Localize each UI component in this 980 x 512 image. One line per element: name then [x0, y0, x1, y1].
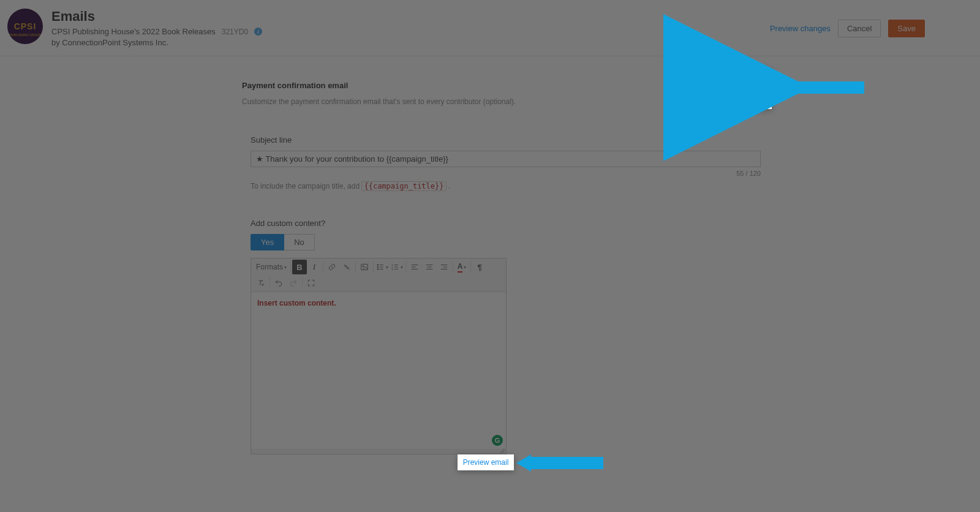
toolbar-separator: [270, 276, 270, 287]
paragraph-button[interactable]: ¶: [472, 260, 487, 274]
page-title: Emails: [51, 9, 770, 24]
editor-placeholder: Insert custom content.: [257, 299, 336, 307]
toolbar-separator: [405, 262, 406, 273]
highlight-preview-email-bottom: Preview email: [458, 454, 514, 470]
svg-rect-8: [786, 81, 864, 94]
formats-dropdown[interactable]: Formats: [254, 260, 289, 274]
toolbar-separator: [470, 262, 471, 273]
editor-toolbar: Formats B I: [251, 258, 506, 292]
svg-point-4: [377, 269, 379, 270]
section-desc: Customize the payment confirmation email…: [242, 97, 763, 106]
toolbar-separator: [323, 262, 323, 273]
page-body: Payment confirmation email Customize the…: [0, 56, 980, 454]
image-button[interactable]: [357, 260, 372, 274]
toggle-no[interactable]: No: [284, 234, 315, 250]
bullet-list-button[interactable]: [375, 260, 390, 274]
cancel-button[interactable]: Cancel: [838, 20, 881, 37]
numbered-list-button[interactable]: 123: [390, 260, 404, 274]
svg-text:3: 3: [391, 268, 393, 271]
helper-code: {{campaign_title}}: [361, 181, 446, 191]
rich-text-editor: Formats B I: [251, 258, 507, 454]
subject-block: Subject line 55 / 120 To include the cam…: [251, 135, 763, 190]
toolbar-separator: [355, 262, 356, 273]
email-section: Payment confirmation email Customize the…: [242, 81, 763, 454]
helper-suffix: .: [448, 182, 450, 190]
annotation-arrow-top: [775, 78, 867, 97]
logo-subtext: PUBLISHING GROUP: [10, 33, 41, 37]
custom-content-toggle: Yes No: [251, 234, 763, 250]
header-texts: Emails CPSI Publishing House's 2022 Book…: [51, 9, 770, 47]
campaign-code: 321YD0: [222, 28, 248, 36]
subject-helper: To include the campaign title, add {{cam…: [251, 182, 763, 190]
org-byline: by ConnectionPoint Systems Inc.: [51, 38, 770, 47]
highlight-preview-email-top: Preview email: [689, 69, 772, 109]
editor-resize-handle[interactable]: [251, 449, 506, 454]
subject-label: Subject line: [251, 135, 763, 145]
subject-char-count: 55 / 120: [251, 170, 761, 177]
unlink-button[interactable]: [339, 260, 354, 274]
svg-rect-11: [527, 457, 603, 469]
svg-point-2: [377, 265, 379, 266]
campaign-row: CPSI Publishing House's 2022 Book Releas…: [51, 27, 770, 36]
bold-button[interactable]: B: [292, 260, 307, 274]
toolbar-separator: [453, 262, 453, 273]
save-button[interactable]: Save: [888, 20, 925, 37]
svg-point-3: [377, 266, 379, 268]
preview-changes-link[interactable]: Preview changes: [770, 24, 831, 33]
svg-rect-0: [361, 264, 368, 269]
preview-email-link[interactable]: Preview email: [463, 458, 509, 467]
grammarly-icon[interactable]: G: [492, 435, 503, 446]
italic-button[interactable]: I: [307, 260, 322, 274]
logo-text: CPSI: [14, 21, 37, 31]
campaign-name: CPSI Publishing House's 2022 Book Releas…: [51, 27, 216, 36]
redo-button[interactable]: [286, 276, 301, 290]
clear-formatting-button[interactable]: [254, 276, 268, 290]
undo-button[interactable]: [271, 276, 286, 290]
header-actions: Preview changes Cancel Save: [770, 20, 925, 37]
align-right-button[interactable]: [437, 260, 451, 274]
fullscreen-button[interactable]: [304, 276, 318, 290]
custom-content-label: Add custom content?: [251, 219, 763, 228]
svg-marker-12: [516, 454, 531, 472]
editor-body[interactable]: Insert custom content. G: [251, 292, 506, 449]
toolbar-separator: [302, 276, 303, 287]
section-title: Payment confirmation email: [242, 81, 763, 90]
custom-content-block: Add custom content? Yes No Formats B I: [251, 219, 763, 454]
link-button[interactable]: [325, 260, 339, 274]
annotation-arrow-bottom: [516, 453, 605, 473]
align-center-button[interactable]: [422, 260, 437, 274]
toggle-yes[interactable]: Yes: [251, 234, 284, 250]
info-icon[interactable]: i: [254, 28, 262, 36]
org-logo: CPSI PUBLISHING GROUP: [7, 9, 43, 44]
toolbar-separator: [373, 262, 374, 273]
text-color-button[interactable]: A: [454, 260, 469, 274]
page-header: CPSI PUBLISHING GROUP Emails CPSI Publis…: [0, 0, 980, 56]
subject-input[interactable]: [251, 151, 761, 167]
helper-prefix: To include the campaign title, add: [251, 182, 361, 190]
toolbar-separator: [290, 262, 291, 273]
preview-email-button[interactable]: Preview email: [698, 81, 763, 97]
align-left-button[interactable]: [407, 260, 422, 274]
svg-point-1: [363, 266, 364, 267]
